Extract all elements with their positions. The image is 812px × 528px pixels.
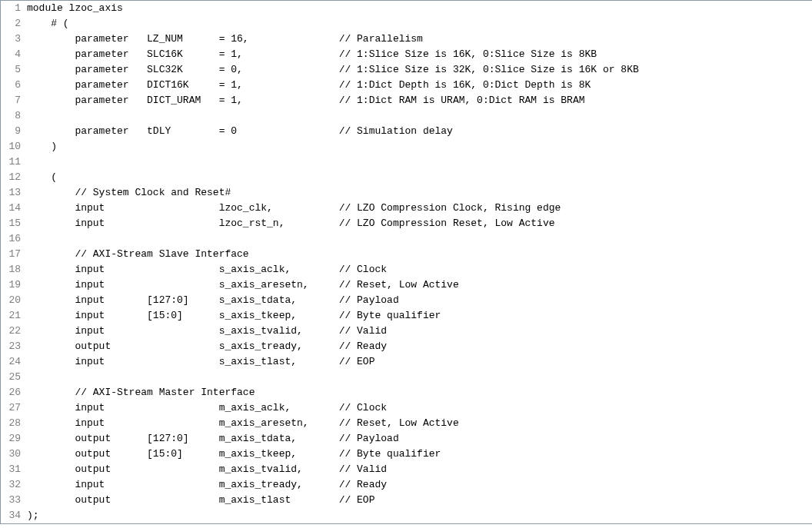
code-editor[interactable]: 1234567891011121314151617181920212223242… — [1, 1, 812, 523]
code-line: input [15:0] s_axis_tkeep, // Byte quali… — [27, 308, 812, 324]
code-line: input s_axis_aclk, // Clock — [27, 262, 812, 277]
line-number: 13 — [1, 185, 21, 201]
line-number: 18 — [1, 262, 21, 277]
line-number: 26 — [1, 385, 21, 400]
line-number: 25 — [1, 370, 21, 385]
code-line: input s_axis_tvalid, // Valid — [27, 324, 812, 339]
line-number-gutter: 1234567891011121314151617181920212223242… — [1, 1, 24, 523]
code-line: input lzoc_rst_n, // LZO Compression Res… — [27, 216, 812, 231]
line-number: 12 — [1, 170, 21, 185]
code-line: input lzoc_clk, // LZO Compression Clock… — [27, 201, 812, 216]
code-line: parameter LZ_NUM = 16, // Parallelism — [27, 32, 812, 47]
line-number: 17 — [1, 247, 21, 262]
code-line: parameter tDLY = 0 // Simulation delay — [27, 124, 812, 139]
line-number: 32 — [1, 477, 21, 493]
code-line — [27, 231, 812, 247]
code-line: ) — [27, 139, 812, 154]
code-line: output [15:0] m_axis_tkeep, // Byte qual… — [27, 447, 812, 462]
code-line: parameter DICT16K = 1, // 1:Dict Depth i… — [27, 78, 812, 93]
code-line: output m_axis_tvalid, // Valid — [27, 462, 812, 477]
line-number: 31 — [1, 462, 21, 477]
code-line: # ( — [27, 16, 812, 32]
line-number: 19 — [1, 277, 21, 293]
line-number: 27 — [1, 400, 21, 416]
line-number: 1 — [1, 1, 21, 16]
code-line — [27, 154, 812, 170]
code-line: output m_axis_tlast // EOP — [27, 493, 812, 508]
line-number: 24 — [1, 354, 21, 370]
code-line: input m_axis_aclk, // Clock — [27, 400, 812, 416]
code-line: ); — [27, 508, 812, 523]
line-number: 4 — [1, 47, 21, 62]
line-number: 23 — [1, 339, 21, 354]
code-content: module lzoc_axis # ( parameter LZ_NUM = … — [24, 1, 812, 523]
code-line: input s_axis_tlast, // EOP — [27, 354, 812, 370]
line-number: 5 — [1, 62, 21, 78]
code-line: input [127:0] s_axis_tdata, // Payload — [27, 293, 812, 308]
code-line: ( — [27, 170, 812, 185]
code-line: input m_axis_aresetn, // Reset, Low Acti… — [27, 416, 812, 431]
line-number: 6 — [1, 78, 21, 93]
line-number: 8 — [1, 108, 21, 124]
line-number: 9 — [1, 124, 21, 139]
code-line: // AXI-Stream Master Interface — [27, 385, 812, 400]
code-line: // AXI-Stream Slave Interface — [27, 247, 812, 262]
line-number: 2 — [1, 16, 21, 32]
code-line: output [127:0] m_axis_tdata, // Payload — [27, 431, 812, 447]
code-line: input m_axis_tready, // Ready — [27, 477, 812, 493]
line-number: 29 — [1, 431, 21, 447]
code-line: parameter DICT_URAM = 1, // 1:Dict RAM i… — [27, 93, 812, 108]
code-line: output s_axis_tready, // Ready — [27, 339, 812, 354]
line-number: 7 — [1, 93, 21, 108]
code-line: parameter SLC16K = 1, // 1:Slice Size is… — [27, 47, 812, 62]
code-line: input s_axis_aresetn, // Reset, Low Acti… — [27, 277, 812, 293]
line-number: 15 — [1, 216, 21, 231]
line-number: 14 — [1, 201, 21, 216]
line-number: 34 — [1, 508, 21, 523]
line-number: 10 — [1, 139, 21, 154]
line-number: 3 — [1, 32, 21, 47]
line-number: 33 — [1, 493, 21, 508]
line-number: 20 — [1, 293, 21, 308]
line-number: 16 — [1, 231, 21, 247]
code-line — [27, 108, 812, 124]
code-line: module lzoc_axis — [27, 1, 812, 16]
line-number: 21 — [1, 308, 21, 324]
line-number: 22 — [1, 324, 21, 339]
code-line: // System Clock and Reset# — [27, 185, 812, 201]
line-number: 28 — [1, 416, 21, 431]
code-line — [27, 370, 812, 385]
line-number: 30 — [1, 447, 21, 462]
code-line: parameter SLC32K = 0, // 1:Slice Size is… — [27, 62, 812, 78]
line-number: 11 — [1, 154, 21, 170]
